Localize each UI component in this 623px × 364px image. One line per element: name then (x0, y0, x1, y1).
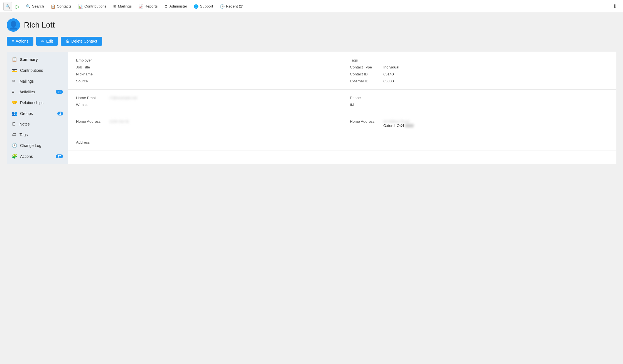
delete-label: Delete Contact (71, 39, 97, 43)
sidebar-item-tags[interactable]: 🏷 Tags (7, 129, 68, 140)
page-content: 👤 Rich Lott ≡ Actions ✏ Edit 🗑 Delete Co… (0, 13, 623, 169)
sidebar-item-actions[interactable]: 🧩 Actions 17 (7, 151, 68, 162)
actions-label: Actions (16, 39, 28, 43)
info-cell-left-2: Home Email r7@example.net Website (68, 90, 342, 113)
employer-label: Employer (76, 58, 109, 62)
nav-support[interactable]: 🌐 Support (191, 0, 216, 13)
action-buttons: ≡ Actions ✏ Edit 🗑 Delete Contact (7, 37, 616, 46)
home-email-value: r7@example.net (109, 96, 137, 100)
nav-contacts-label: Contacts (57, 4, 72, 8)
external-id-label: External ID (350, 79, 383, 83)
sidebar-item-notes[interactable]: 🗒 Notes (7, 119, 68, 129)
info-cell-right-2: Phone IM (342, 90, 616, 113)
im-row: IM (350, 103, 608, 107)
delete-contact-button[interactable]: 🗑 Delete Contact (61, 37, 102, 46)
actions-sidebar-icon: 🧩 (12, 154, 17, 159)
sidebar-label-summary: Summary (20, 57, 63, 62)
activities-badge: 51 (56, 90, 63, 94)
sidebar-item-relationships[interactable]: 🤝 Relationships (7, 97, 68, 108)
nav-mailings-icon: ✉ (113, 4, 117, 9)
home-address-left-value: 1234 3rd St (109, 119, 129, 124)
sidebar-label-notes: Notes (19, 122, 63, 126)
jobtitle-row: Job Title (76, 65, 334, 69)
nav-administer[interactable]: ⚙ Administer (161, 0, 190, 13)
nav-reports-label: Reports (144, 4, 158, 8)
website-row: Website (76, 103, 334, 107)
info-cell-right-1: Tags Contact Type Individual Contact ID … (342, 52, 616, 90)
info-cell-left-4: Address (68, 134, 342, 151)
home-address-right-line2: Oxford, OX4 2222 (383, 124, 414, 128)
phone-label: Phone (350, 96, 383, 100)
edit-button[interactable]: ✏ Edit (36, 37, 58, 46)
nav-contributions-icon: 📊 (78, 4, 83, 9)
external-id-row: External ID 65300 (350, 79, 608, 83)
sidebar-item-activities[interactable]: ≡ Activities 51 (7, 87, 68, 97)
nav-administer-label: Administer (169, 4, 187, 8)
avatar-icon: 👤 (9, 21, 18, 30)
contact-type-value: Individual (383, 65, 399, 69)
mailings-icon: ✉ (12, 78, 17, 84)
home-address-right-row: Home Address 44 Willow Road Oxford, OX4 … (350, 119, 608, 128)
address-row: Address (76, 140, 334, 144)
sidebar-item-changelog[interactable]: 🕐 Change Log (7, 140, 68, 151)
website-label: Website (76, 103, 109, 107)
sidebar-label-changelog: Change Log (20, 143, 63, 148)
home-address-right-label: Home Address (350, 119, 383, 124)
download-icon[interactable]: ⬇ (610, 3, 620, 9)
info-section-3: Home Address 1234 3rd St Home Address 44… (68, 113, 616, 134)
nav-recent[interactable]: 🕐 Recent (2) (217, 0, 246, 13)
home-email-row: Home Email r7@example.net (76, 96, 334, 100)
actions-button[interactable]: ≡ Actions (7, 37, 33, 46)
nav-contacts[interactable]: 📋 Contacts (48, 0, 74, 13)
main-layout: 📋 Summary 💳 Contributions ✉ Mailings ≡ A… (7, 52, 616, 164)
home-address-right-line1: 44 Willow Road (383, 119, 414, 124)
actions-badge: 17 (56, 154, 63, 158)
nav-search-icon: 🔍 (26, 4, 31, 9)
nav-recent-label: Recent (2) (226, 4, 244, 8)
contact-type-row: Contact Type Individual (350, 65, 608, 69)
main-panel: Employer Job Title Nickname Source (68, 52, 616, 164)
nav-reports[interactable]: 📈 Reports (136, 0, 160, 13)
info-cell-left-3: Home Address 1234 3rd St (68, 113, 342, 134)
info-cell-left-1: Employer Job Title Nickname Source (68, 52, 342, 90)
employer-row: Employer (76, 58, 334, 62)
nav-contributions[interactable]: 📊 Contributions (75, 0, 109, 13)
top-navigation: 🔍 ▷ 🔍 Search 📋 Contacts 📊 Contributions … (0, 0, 623, 13)
nav-reports-icon: 📈 (138, 4, 143, 9)
nav-contacts-icon: 📋 (51, 4, 55, 9)
info-cell-right-4 (342, 134, 616, 151)
search-button[interactable]: 🔍 (3, 2, 12, 11)
info-section-1: Employer Job Title Nickname Source (68, 52, 616, 90)
nav-search[interactable]: 🔍 Search (23, 0, 47, 13)
nav-recent-icon: 🕐 (220, 4, 225, 9)
sidebar-item-summary[interactable]: 📋 Summary (7, 54, 68, 65)
tags-label: Tags (350, 58, 383, 62)
sidebar-item-groups[interactable]: 👥 Groups 2 (7, 108, 68, 119)
contact-type-label: Contact Type (350, 65, 383, 69)
nav-administer-icon: ⚙ (164, 4, 168, 9)
nav-support-label: Support (200, 4, 213, 8)
sidebar-label-groups: Groups (20, 111, 55, 116)
contact-header: 👤 Rich Lott (7, 18, 616, 32)
sidebar-item-mailings[interactable]: ✉ Mailings (7, 76, 68, 87)
edit-label: Edit (46, 39, 53, 43)
jobtitle-label: Job Title (76, 65, 109, 69)
contributions-icon: 💳 (12, 68, 17, 73)
contact-name: Rich Lott (24, 21, 55, 29)
contact-id-row: Contact ID 65140 (350, 72, 608, 76)
tags-icon: 🏷 (12, 132, 17, 137)
nav-mailings[interactable]: ✉ Mailings (111, 0, 135, 13)
sidebar-item-contributions[interactable]: 💳 Contributions (7, 65, 68, 76)
actions-icon: ≡ (12, 39, 14, 43)
summary-icon: 📋 (12, 57, 17, 62)
nav-contributions-label: Contributions (84, 4, 107, 8)
address-label: Address (76, 140, 109, 144)
source-label: Source (76, 79, 109, 83)
phone-row: Phone (350, 96, 608, 100)
notes-icon: 🗒 (12, 122, 17, 127)
activities-icon: ≡ (12, 89, 17, 94)
source-row: Source (76, 79, 334, 83)
home-email-label: Home Email (76, 96, 109, 100)
sidebar-label-actions: Actions (20, 154, 53, 159)
relationships-icon: 🤝 (12, 100, 17, 105)
